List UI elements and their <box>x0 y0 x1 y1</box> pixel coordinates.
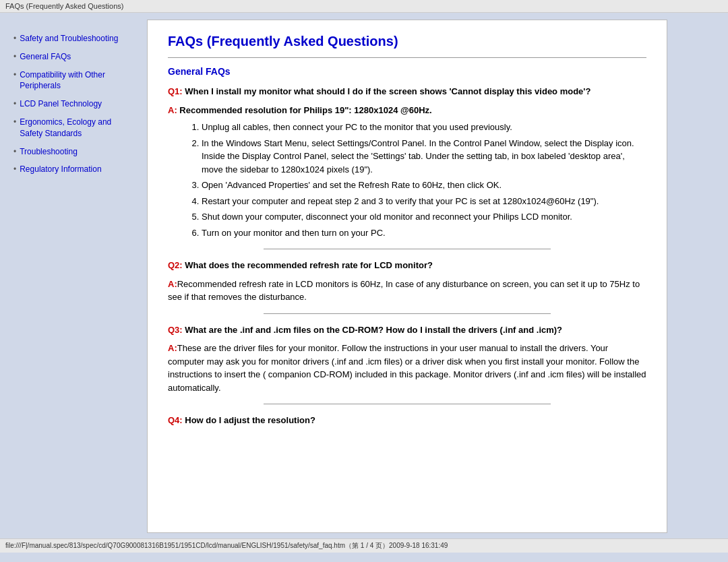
q4-label: Q4: <box>168 415 183 425</box>
q1-divider <box>264 249 551 249</box>
bullet-icon: • <box>13 147 16 156</box>
sidebar-item-compatibility[interactable]: • Compatibility with Other Peripherals <box>13 69 135 92</box>
page-wrapper: FAQs (Frequently Asked Questions) • Safe… <box>0 0 728 553</box>
q2-answer-text: Recommended refresh rate in LCD monitors… <box>168 279 640 303</box>
sidebar-item-safety[interactable]: • Safety and Troubleshooting <box>13 33 135 44</box>
q1-step-1: Unplug all cables, then connect your PC … <box>202 121 646 134</box>
page-title: FAQs (Frequently Asked Questions) <box>168 34 646 49</box>
sidebar-item-general-faqs[interactable]: • General FAQs <box>13 51 135 63</box>
q3-label: Q3: <box>168 325 183 335</box>
q1-step-3: Open 'Advanced Properties' and set the R… <box>202 179 646 192</box>
q1-text: When I install my monitor what should I … <box>183 86 591 96</box>
status-bar-text: file:///F|/manual.spec/813/spec/cd/Q70G9… <box>5 542 448 549</box>
sidebar-link-regulatory[interactable]: Regulatory Information <box>20 164 101 175</box>
sidebar-link-troubleshooting[interactable]: Troubleshooting <box>20 146 78 158</box>
sidebar-link-ergonomics[interactable]: Ergonomics, Ecology and Safety Standards <box>20 117 135 139</box>
q1-step-6: Turn on your monitor and then turn on yo… <box>202 226 646 240</box>
q2-question: Q2: What does the recommended refresh ra… <box>168 259 646 272</box>
q3-text: What are the .inf and .icm files on the … <box>183 325 562 335</box>
bullet-icon: • <box>13 164 16 174</box>
sidebar-link-safety[interactable]: Safety and Troubleshooting <box>20 33 118 44</box>
q3-divider <box>264 404 551 404</box>
q1-answer-bold: Recommended resolution for Philips 19": … <box>177 105 432 115</box>
sidebar-item-ergonomics[interactable]: • Ergonomics, Ecology and Safety Standar… <box>13 117 135 139</box>
q2-answer-block: A:Recommended refresh rate in LCD monito… <box>168 278 646 304</box>
sidebar-item-troubleshooting[interactable]: • Troubleshooting <box>13 146 135 158</box>
q3-answer-text: These are the driver files for your moni… <box>168 343 646 393</box>
title-bar-text: FAQs (Frequently Asked Questions) <box>5 2 123 10</box>
sidebar-item-regulatory[interactable]: • Regulatory Information <box>13 164 135 175</box>
sidebar-item-lcd-panel[interactable]: • LCD Panel Technology <box>13 98 135 110</box>
q4-text: How do I adjust the resolution? <box>183 415 315 425</box>
title-bar: FAQs (Frequently Asked Questions) <box>0 0 728 13</box>
q4-question: Q4: How do I adjust the resolution? <box>168 414 646 427</box>
q1-question: Q1: When I install my monitor what shoul… <box>168 85 646 98</box>
sidebar-link-general-faqs[interactable]: General FAQs <box>20 51 71 63</box>
q2-text: What does the recommended refresh rate f… <box>183 260 433 270</box>
q1-steps-list: Unplug all cables, then connect your PC … <box>202 121 646 239</box>
bullet-icon: • <box>13 117 16 127</box>
q3-answer-block: A:These are the driver files for your mo… <box>168 342 646 394</box>
q2-a-label: A: <box>168 279 177 289</box>
q2-divider <box>264 313 551 314</box>
q3-question: Q3: What are the .inf and .icm files on … <box>168 323 646 337</box>
q1-step-4: Restart your computer and repeat step 2 … <box>202 195 646 208</box>
status-bar: file:///F|/manual.spec/813/spec/cd/Q70G9… <box>0 538 728 553</box>
q1-a-label: A: <box>168 105 177 115</box>
bullet-icon: • <box>13 52 16 61</box>
top-divider <box>168 57 646 58</box>
section-title: General FAQs <box>168 66 646 77</box>
q1-step-5: Shut down your computer, disconnect your… <box>202 210 646 224</box>
q1-label: Q1: <box>168 86 183 96</box>
q2-label: Q2: <box>168 260 183 270</box>
q1-answer-block: A: Recommended resolution for Philips 19… <box>168 104 646 240</box>
q1-step-2: In the Windows Start Menu, select Settin… <box>202 137 646 177</box>
right-sidebar <box>667 20 721 533</box>
sidebar-link-lcd-panel[interactable]: LCD Panel Technology <box>20 98 102 110</box>
q3-a-label: A: <box>168 343 177 353</box>
bullet-icon: • <box>13 34 16 43</box>
bullet-icon: • <box>13 70 16 80</box>
bullet-icon: • <box>13 99 16 108</box>
main-content: FAQs (Frequently Asked Questions) Genera… <box>147 20 667 533</box>
sidebar-link-compatibility[interactable]: Compatibility with Other Peripherals <box>20 69 135 92</box>
q1-answer-header: A: Recommended resolution for Philips 19… <box>168 104 646 117</box>
content-area: • Safety and Troubleshooting • General F… <box>0 13 728 533</box>
sidebar: • Safety and Troubleshooting • General F… <box>7 20 142 533</box>
